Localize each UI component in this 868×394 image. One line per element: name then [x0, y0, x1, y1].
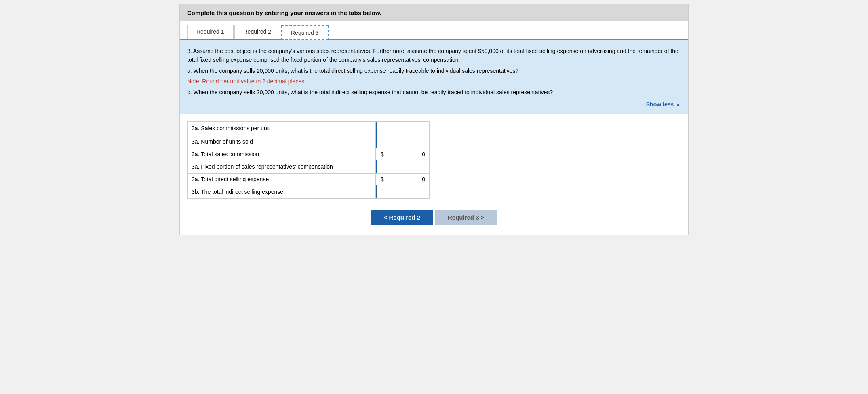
table-row: 3a. Number of units sold	[188, 135, 430, 148]
row-label-0: 3a. Sales commissions per unit	[188, 122, 376, 135]
input-wrapper-3	[376, 160, 429, 173]
question-note: Note: Round per unit value to 2 decimal …	[187, 77, 681, 86]
data-table: 3a. Sales commissions per unit3a. Number…	[187, 121, 430, 199]
input-cell-0[interactable]	[375, 122, 429, 135]
input-field-3[interactable]	[377, 160, 429, 173]
tab-required-2[interactable]: Required 2	[234, 25, 281, 39]
row-label-3: 3a. Fixed portion of sales representativ…	[188, 160, 376, 174]
dollar-sign-2: $	[375, 148, 389, 160]
input-field-0[interactable]	[377, 122, 429, 135]
show-less-link[interactable]: Show less	[646, 101, 681, 108]
input-cell-1[interactable]	[375, 135, 429, 148]
row-label-5: 3b. The total indirect selling expense	[188, 185, 376, 199]
input-wrapper-5	[376, 185, 429, 198]
next-button[interactable]: Required 3 >	[435, 210, 497, 225]
header-bar: Complete this question by entering your …	[180, 4, 688, 21]
table-row: 3a. Sales commissions per unit	[188, 122, 430, 135]
show-less-container: Show less	[187, 100, 681, 109]
question-text-1: 3. Assume the cost object is the company…	[187, 47, 681, 65]
table-section: 3a. Sales commissions per unit3a. Number…	[180, 114, 688, 203]
input-wrapper-0	[376, 122, 429, 135]
dollar-sign-4: $	[375, 174, 389, 185]
table-row: 3a. Total sales commission$0	[188, 148, 430, 160]
main-container: Complete this question by entering your …	[179, 4, 689, 235]
row-label-1: 3a. Number of units sold	[188, 135, 376, 148]
nav-buttons: < Required 2 Required 3 >	[180, 203, 688, 235]
input-field-1[interactable]	[377, 135, 429, 148]
table-row: 3a. Fixed portion of sales representativ…	[188, 160, 430, 174]
input-wrapper-1	[376, 135, 429, 148]
header-instruction: Complete this question by entering your …	[187, 9, 381, 16]
input-cell-5[interactable]	[375, 185, 429, 199]
question-text-2: a. When the company sells 20,000 units, …	[187, 66, 681, 75]
value-cell-4: 0	[389, 174, 430, 185]
input-cell-3[interactable]	[375, 160, 429, 174]
row-label-4: 3a. Total direct selling expense	[188, 174, 376, 185]
value-cell-2: 0	[389, 148, 430, 160]
table-row: 3b. The total indirect selling expense	[188, 185, 430, 199]
input-field-5[interactable]	[377, 185, 429, 198]
question-box: 3. Assume the cost object is the company…	[180, 40, 688, 114]
tab-required-3[interactable]: Required 3	[281, 25, 329, 40]
table-row: 3a. Total direct selling expense$0	[188, 174, 430, 185]
tabs-row: Required 1 Required 2 Required 3	[180, 21, 688, 40]
tab-required-1[interactable]: Required 1	[187, 25, 234, 39]
question-text-3: b. When the company sells 20,000 units, …	[187, 88, 681, 97]
prev-button[interactable]: < Required 2	[371, 210, 433, 225]
row-label-2: 3a. Total sales commission	[188, 148, 376, 160]
